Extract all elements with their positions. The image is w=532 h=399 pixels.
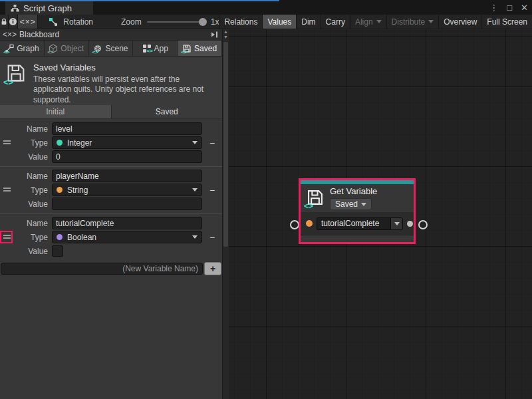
object-tab-icon: <> [49, 44, 58, 53]
name-label: Name [0, 219, 52, 228]
window-menu-icon[interactable]: ⋮ [489, 3, 498, 13]
chevron-down-icon [192, 188, 198, 192]
name-input-port[interactable] [306, 220, 313, 227]
value-label: Value [0, 200, 52, 209]
new-variable-input[interactable] [1, 263, 203, 275]
variables-icon: <×> [3, 30, 17, 39]
title-bar: Script Graph ⋮ □ ✕ [0, 0, 532, 15]
align-dropdown: Align [350, 15, 386, 29]
graph-tab-icon: <> [5, 44, 14, 53]
distribute-dropdown: Distribute [386, 15, 439, 29]
chevron-down-icon [192, 141, 198, 144]
tab-graph[interactable]: <> Graph [0, 41, 45, 56]
info-button[interactable] [9, 15, 18, 29]
variable-group-tutorialcomplete: Name Type Boolean − Value [0, 215, 222, 260]
floppy-disk-icon: <> [306, 188, 325, 208]
type-dropdown[interactable]: Boolean [52, 231, 202, 243]
value-output-port[interactable] [407, 221, 413, 227]
saved-variables-info: <> Saved Variables These variables will … [0, 57, 222, 105]
variable-name-input[interactable] [52, 122, 202, 135]
drag-handle-icon[interactable] [3, 140, 11, 146]
tab-script-graph[interactable]: Script Graph [5, 1, 93, 15]
focus-indicator [0, 0, 279, 1]
lock-icon [0, 18, 8, 26]
script-graph-window: Script Graph ⋮ □ ✕ <×> [0, 0, 532, 399]
type-dropdown[interactable]: Integer [52, 136, 202, 149]
graph-toolbar: <×> Rotation Zoom 1x Relations Values Di… [0, 15, 532, 29]
blackboard-scrollbar[interactable]: ▲ ▼ [222, 29, 229, 399]
drag-handle-icon[interactable] [3, 188, 11, 193]
chevron-down-icon [376, 20, 382, 23]
variable-name-field[interactable]: tutorialComplete [317, 217, 403, 230]
scope-tab-bar: Initial Saved [0, 105, 222, 119]
add-variable-button[interactable]: + [204, 262, 221, 275]
maximize-icon[interactable]: □ [507, 3, 512, 13]
value-checkbox[interactable] [52, 245, 63, 257]
type-color-dot [57, 140, 63, 146]
dim-button[interactable]: Dim [296, 15, 320, 29]
dock-panel-button[interactable] [210, 31, 219, 39]
rotation-icon [49, 17, 58, 27]
value-label: Value [0, 152, 52, 162]
scene-tab-icon: <> [93, 44, 102, 53]
add-variable-row: + [0, 262, 222, 275]
overview-button[interactable]: Overview [438, 15, 481, 29]
saved-tab-icon: <> [182, 44, 192, 53]
type-dropdown[interactable]: String [52, 184, 202, 196]
zoom-slider-knob[interactable] [199, 18, 207, 26]
fullscreen-button[interactable]: Full Screen [481, 15, 532, 29]
carry-button[interactable]: Carry [321, 15, 350, 29]
variable-value-input[interactable] [52, 198, 202, 210]
relations-button[interactable]: Relations [219, 15, 262, 29]
chevron-down-icon [428, 20, 434, 23]
graph-hierarchy-icon [11, 4, 19, 13]
scrollbar-thumb[interactable] [223, 42, 228, 247]
variable-name-input[interactable] [52, 217, 202, 229]
values-button[interactable]: Values [262, 15, 296, 29]
remove-variable-button[interactable]: − [202, 232, 222, 243]
tab-scene[interactable]: <> Scene [89, 41, 134, 56]
node-title: Get Variable [330, 186, 377, 196]
value-label: Value [0, 247, 52, 256]
code-view-button[interactable]: <×> [18, 15, 38, 29]
tab-saved[interactable]: <> Saved [178, 41, 222, 56]
toolbar-toggle-group: Relations Values Dim Carry Align Distrib… [219, 15, 532, 29]
node-body: tutorialComplete [301, 212, 414, 235]
tab-title: Script Graph [23, 3, 72, 13]
remove-variable-button[interactable]: − [202, 138, 222, 148]
variable-scope-dropdown[interactable]: Saved [330, 198, 372, 210]
variable-list: Name Type Integer − Value [0, 119, 222, 275]
name-label: Name [0, 172, 52, 181]
info-title: Saved Variables [33, 63, 217, 72]
zoom-slider[interactable] [147, 21, 205, 23]
get-variable-node[interactable]: <> Get Variable Saved tutorialComplete [299, 178, 416, 244]
variable-value-input[interactable] [52, 150, 202, 163]
flow-input-port[interactable] [290, 220, 299, 229]
divider [0, 166, 222, 167]
rotation-label: Rotation [63, 17, 93, 27]
drag-handle-icon[interactable] [3, 235, 11, 240]
info-description: These variables will persist even after … [33, 74, 217, 105]
blackboard-panel: <×> Blackboard <> Graph <> [0, 29, 222, 399]
lock-button[interactable] [0, 15, 9, 29]
zoom-label: Zoom [121, 17, 142, 27]
variable-picker-button[interactable] [390, 217, 403, 230]
type-color-dot [57, 187, 63, 193]
blackboard-tab-bar: <> Graph <> Object <> Scene [0, 41, 222, 57]
blackboard-title: Blackboard [19, 30, 59, 39]
chevron-down-icon [192, 235, 198, 239]
scroll-up-icon[interactable]: ▲ [223, 29, 229, 35]
node-header: <> Get Variable Saved [301, 184, 414, 212]
blackboard-header: <×> Blackboard [0, 29, 222, 41]
graph-canvas[interactable]: <> Get Variable Saved tutorialComplete [229, 29, 532, 399]
tab-object: <> Object [45, 41, 89, 56]
close-icon[interactable]: ✕ [521, 3, 528, 13]
chevron-down-icon [394, 222, 400, 225]
scroll-down-icon[interactable]: ▼ [223, 35, 229, 40]
flow-output-port[interactable] [418, 220, 428, 229]
tab-app[interactable]: <> App [133, 41, 178, 56]
variable-name-input[interactable] [52, 170, 202, 182]
tab-initial[interactable]: Initial [0, 105, 112, 118]
remove-variable-button[interactable]: − [202, 185, 222, 196]
tab-saved-scope[interactable]: Saved [112, 105, 223, 118]
